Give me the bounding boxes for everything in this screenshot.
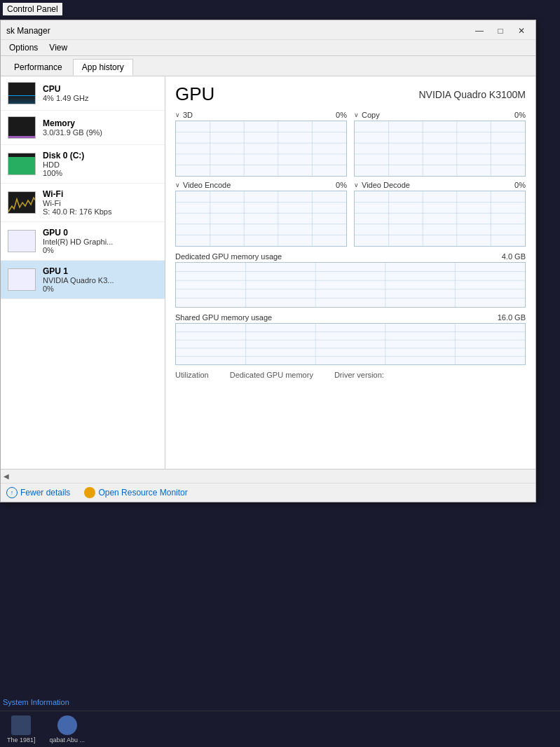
chart-encode-block: ∨ Video Encode 0% — [175, 181, 347, 247]
chevron-decode-icon: ∨ — [354, 181, 359, 189]
wifi-thumbnail — [8, 191, 36, 214]
cpu-info: CPU 4% 1.49 GHz — [43, 84, 158, 102]
sidebar-item-wifi[interactable]: Wi-Fi Wi-Fi S: 40.0 R: 176 Kbps — [1, 184, 165, 222]
chart-encode-canvas — [175, 191, 347, 247]
chart-decode-label: ∨ Video Decode 0% — [354, 181, 526, 189]
chart-3d-canvas — [175, 121, 347, 177]
chart-encode-label: ∨ Video Encode 0% — [175, 181, 347, 189]
chart-decode-label-left: ∨ Video Decode — [354, 181, 410, 189]
control-panel-label: Control Panel — [3, 3, 62, 15]
label-utilization: Utilization — [175, 371, 209, 379]
gpu0-detail: 0% — [43, 246, 158, 254]
taskbar-app-icon — [57, 715, 77, 735]
gpu1-info: GPU 1 NVIDIA Quadro K3... 0% — [43, 266, 158, 293]
gpu1-thumbnail — [8, 268, 36, 291]
disk-detail2: HDD — [43, 160, 158, 169]
gpu-top-charts: ∨ 3D 0% — [175, 111, 526, 177]
chevron-copy-icon: ∨ — [354, 111, 359, 118]
menu-options[interactable]: Options — [5, 41, 42, 54]
disk-info: Disk 0 (C:) HDD 100% — [43, 151, 158, 177]
label-driver-version: Driver version: — [334, 371, 384, 379]
fewer-details-icon: ↑ — [6, 487, 18, 498]
gpu-model-name: NVIDIA Quadro K3100M — [418, 89, 526, 100]
menu-bar: Options View — [1, 40, 535, 56]
chart-3d-label-left: ∨ 3D — [175, 111, 193, 119]
chart-copy-label-left: ∨ Copy — [354, 111, 380, 119]
gpu-header: GPU NVIDIA Quadro K3100M — [175, 83, 526, 105]
cpu-thumbnail — [8, 82, 36, 104]
dedicated-memory-chart — [175, 262, 526, 308]
taskbar-app-label: qabat Abu ... — [50, 736, 86, 743]
task-manager-window: sk Manager — □ ✕ Options View Performanc… — [0, 20, 536, 502]
open-resource-monitor-text[interactable]: Open Resource Monitor — [98, 488, 187, 498]
taskbar-item-movie[interactable]: The 1981] — [0, 713, 43, 746]
chart-3d-label: ∨ 3D 0% — [175, 111, 347, 119]
gpu1-detail: 0% — [43, 285, 158, 293]
sidebar-item-disk[interactable]: Disk 0 (C:) HDD 100% — [1, 145, 165, 184]
chart-3d-value: 0% — [336, 111, 347, 119]
minimize-button[interactable]: — — [470, 24, 489, 38]
chart-3d-block: ∨ 3D 0% — [175, 111, 347, 177]
menu-view[interactable]: View — [45, 41, 71, 54]
dedicated-memory-text: Dedicated GPU memory usage — [175, 252, 282, 261]
chart-copy-block: ∨ Copy 0% — [354, 111, 526, 177]
maximize-button[interactable]: □ — [491, 24, 510, 38]
chart-copy-canvas — [354, 121, 526, 177]
panel-footer-labels: Utilization Dedicated GPU memory Driver … — [175, 371, 526, 382]
wifi-label: Wi-Fi — [43, 189, 158, 199]
wifi-info: Wi-Fi Wi-Fi S: 40.0 R: 176 Kbps — [43, 189, 158, 216]
system-info-link[interactable]: System Information — [3, 698, 69, 706]
gpu1-label: GPU 1 — [43, 266, 158, 276]
chart-encode-label-left: ∨ Video Encode — [175, 181, 231, 189]
memory-detail: 3.0/31.9 GB (9%) — [43, 128, 158, 137]
title-bar-controls: — □ ✕ — [470, 24, 531, 38]
tabs-bar: Performance App history — [1, 56, 535, 76]
scroll-indicator: ◀ — [1, 469, 535, 483]
sidebar-item-gpu0[interactable]: GPU 0 Intel(R) HD Graphi... 0% — [1, 222, 165, 261]
chart-decode-name: Video Decode — [362, 181, 410, 189]
chart-encode-name: Video Encode — [183, 181, 231, 189]
chart-encode-value: 0% — [336, 181, 347, 189]
title-bar: sk Manager — □ ✕ — [1, 20, 535, 40]
memory-label: Memory — [43, 118, 158, 128]
memory-thumbnail — [8, 116, 36, 139]
sidebar-item-gpu1[interactable]: GPU 1 NVIDIA Quadro K3... 0% — [1, 261, 165, 299]
disk-label: Disk 0 (C:) — [43, 151, 158, 160]
window-title: sk Manager — [6, 26, 50, 36]
scroll-arrow-icon[interactable]: ◀ — [4, 472, 9, 480]
wifi-detail2: Wi-Fi — [43, 199, 158, 207]
shared-memory-text: Shared GPU memory usage — [175, 313, 272, 322]
tab-app-history[interactable]: App history — [73, 59, 133, 76]
gpu0-detail2: Intel(R) HD Graphi... — [43, 238, 158, 246]
fewer-details-text[interactable]: Fewer details — [20, 488, 70, 498]
chevron-3d-icon: ∨ — [175, 111, 180, 118]
dedicated-memory-label: Dedicated GPU memory usage 4.0 GB — [175, 252, 526, 261]
open-resource-monitor-link[interactable]: Open Resource Monitor — [84, 487, 187, 498]
cpu-detail: 4% 1.49 GHz — [43, 94, 158, 102]
sidebar: CPU 4% 1.49 GHz Memory 3.0/31.9 GB (9%) — [1, 76, 165, 469]
taskbar-movie-label: The 1981] — [7, 736, 36, 743]
fewer-details-link[interactable]: ↑ Fewer details — [6, 487, 70, 498]
tab-performance[interactable]: Performance — [5, 59, 71, 76]
main-content: CPU 4% 1.49 GHz Memory 3.0/31.9 GB (9%) — [1, 76, 535, 469]
dedicated-memory-value: 4.0 GB — [502, 252, 526, 261]
shared-memory-chart — [175, 323, 526, 365]
disk-detail: 100% — [43, 169, 158, 177]
taskbar-movie-icon — [11, 715, 31, 735]
gpu0-label: GPU 0 — [43, 228, 158, 238]
taskbar-item-app[interactable]: qabat Abu ... — [43, 713, 93, 746]
chart-decode-canvas — [354, 191, 526, 247]
gpu0-info: GPU 0 Intel(R) HD Graphi... 0% — [43, 228, 158, 254]
close-button[interactable]: ✕ — [512, 24, 531, 38]
label-dedicated-memory: Dedicated GPU memory — [230, 371, 313, 379]
sidebar-item-memory[interactable]: Memory 3.0/31.9 GB (9%) — [1, 111, 165, 145]
chart-copy-value: 0% — [514, 111, 526, 119]
taskbar: The 1981] qabat Abu ... — [0, 711, 560, 747]
chevron-encode-icon: ∨ — [175, 181, 180, 189]
shared-memory-section: Shared GPU memory usage 16.0 GB — [175, 313, 526, 365]
gpu-middle-charts: ∨ Video Encode 0% — [175, 181, 526, 247]
sidebar-item-cpu[interactable]: CPU 4% 1.49 GHz — [1, 76, 165, 111]
chart-decode-block: ∨ Video Decode 0% — [354, 181, 526, 247]
memory-info: Memory 3.0/31.9 GB (9%) — [43, 118, 158, 137]
resource-monitor-icon — [84, 487, 95, 498]
